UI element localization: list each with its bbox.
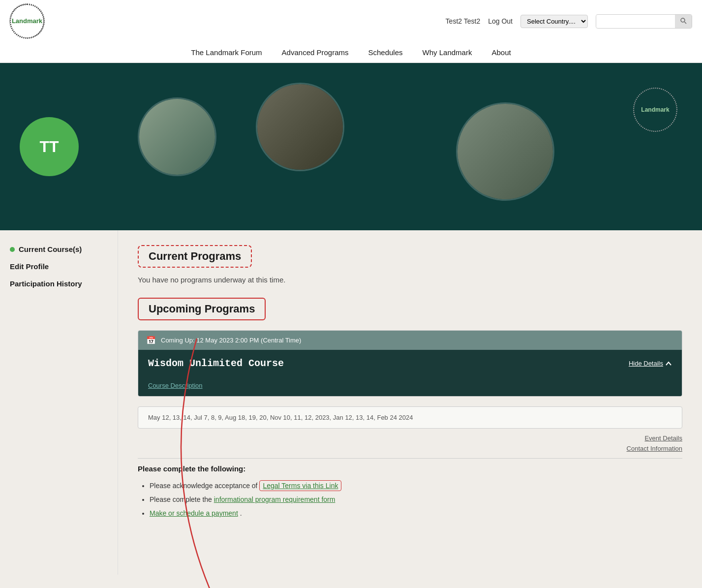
search-button[interactable] <box>675 15 692 28</box>
requirement-2: Please complete the informational progra… <box>150 493 682 506</box>
sidebar-item-participation-history[interactable]: Participation History <box>10 279 108 288</box>
req3-text-after: . <box>240 509 242 517</box>
search-input[interactable] <box>596 15 675 28</box>
nav-landmark-forum[interactable]: The Landmark Forum <box>191 48 262 57</box>
main-content: Current Course(s) Edit Profile Participa… <box>0 230 702 575</box>
program-card-body: Wisdom Unlimited Course Hide Details <box>138 350 682 377</box>
svg-line-1 <box>685 22 687 24</box>
info-form-link[interactable]: informational program requirement form <box>214 495 336 503</box>
calendar-icon: 📅 <box>146 336 156 345</box>
hero-photo-3 <box>456 102 554 201</box>
svg-point-0 <box>681 18 685 22</box>
requirement-1: Please acknowledge acceptance of Legal T… <box>150 479 682 493</box>
logout-button[interactable]: Log Out <box>488 17 513 25</box>
sidebar-label-current-courses: Current Course(s) <box>19 245 82 253</box>
req2-text-before: Please complete the <box>150 495 214 503</box>
requirement-3: Make or schedule a payment . <box>150 506 682 520</box>
sidebar: Current Course(s) Edit Profile Participa… <box>0 230 118 575</box>
current-programs-title-box: Current Programs <box>138 245 252 268</box>
active-dot <box>10 247 15 252</box>
content-area: Current Programs You have no programs un… <box>118 230 702 575</box>
nav-about[interactable]: About <box>491 48 511 57</box>
card-links: Event Details Contact Information <box>138 434 682 452</box>
main-nav: The Landmark Forum Advanced Programs Sch… <box>10 42 692 62</box>
avatar: TT <box>20 117 79 176</box>
hero-photo-1 <box>138 97 216 176</box>
hide-details-label: Hide Details <box>629 360 663 367</box>
requirements-list: Please acknowledge acceptance of Legal T… <box>138 479 682 520</box>
search-container <box>596 14 692 29</box>
hide-details-button[interactable]: Hide Details <box>629 360 672 367</box>
dates-text: May 12, 13, 14, Jul 7, 8, 9, Aug 18, 19,… <box>148 414 413 421</box>
hero-photo-2 <box>256 83 344 171</box>
hero-logo: Landmark <box>633 88 677 132</box>
course-description-link[interactable]: Course Description <box>138 377 682 396</box>
current-programs-title: Current Programs <box>149 250 241 263</box>
payment-link[interactable]: Make or schedule a payment <box>150 509 238 517</box>
upcoming-programs-title-box: Upcoming Programs <box>138 298 266 320</box>
sidebar-label-participation-history: Participation History <box>10 279 82 288</box>
no-programs-text: You have no programs underway at this ti… <box>138 276 682 284</box>
course-name: Wisdom Unlimited Course <box>148 358 284 369</box>
nav-advanced-programs[interactable]: Advanced Programs <box>282 48 349 57</box>
sidebar-item-edit-profile[interactable]: Edit Profile <box>10 262 108 271</box>
please-complete-heading: Please complete the following: <box>138 464 682 473</box>
coming-up-text: Coming Up: 12 May 2023 2:00 PM (Central … <box>161 337 301 344</box>
upcoming-programs-title: Upcoming Programs <box>149 303 255 315</box>
legal-terms-link[interactable]: Legal Terms via this Link <box>259 480 341 491</box>
nav-schedules[interactable]: Schedules <box>368 48 403 57</box>
req1-text-before: Please acknowledge acceptance of <box>150 482 259 490</box>
top-header: Landmark Test2 Test2 Log Out Select Coun… <box>0 0 702 63</box>
user-name: Test2 Test2 <box>446 17 481 25</box>
logo[interactable]: Landmark <box>10 4 44 38</box>
sidebar-item-current-courses[interactable]: Current Course(s) <box>10 245 108 253</box>
event-details-link[interactable]: Event Details <box>644 434 682 442</box>
nav-why-landmark[interactable]: Why Landmark <box>423 48 472 57</box>
search-icon <box>680 17 687 24</box>
program-card: 📅 Coming Up: 12 May 2023 2:00 PM (Centra… <box>138 330 682 397</box>
divider <box>138 458 682 459</box>
hero-banner: TT Landmark <box>0 63 702 230</box>
dates-box: May 12, 13, 14, Jul 7, 8, 9, Aug 18, 19,… <box>138 406 682 429</box>
sidebar-label-edit-profile: Edit Profile <box>10 262 49 271</box>
contact-info-link[interactable]: Contact Information <box>627 445 682 452</box>
chevron-up-icon <box>665 360 672 367</box>
program-card-header: 📅 Coming Up: 12 May 2023 2:00 PM (Centra… <box>138 331 682 350</box>
country-select[interactable]: Select Country.... <box>520 15 588 28</box>
